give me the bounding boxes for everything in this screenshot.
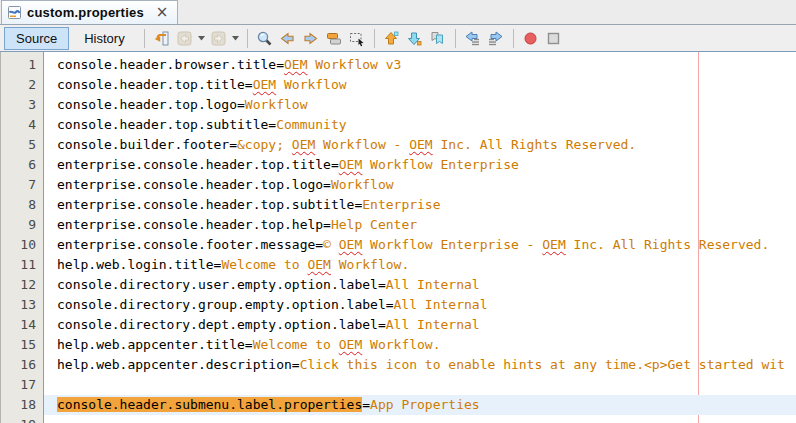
previous-bookmark-icon[interactable]	[381, 27, 403, 49]
code-line[interactable]: console.header.submenu.label.properties=…	[44, 395, 796, 415]
line-number[interactable]: 12	[1, 275, 43, 295]
code-text: Welcome to	[221, 257, 307, 272]
line-number[interactable]: 13	[1, 295, 43, 315]
back-dropdown-icon[interactable]	[197, 27, 207, 49]
rectangular-selection-icon[interactable]	[346, 27, 368, 49]
shift-line-right-icon[interactable]	[485, 27, 507, 49]
code-line[interactable]	[44, 375, 796, 395]
back-icon[interactable]	[174, 27, 196, 49]
code-text: console.header.top.logo=	[57, 97, 245, 112]
code-line[interactable]: console.directory.user.empty.option.labe…	[44, 275, 796, 295]
code-text: Workflow	[276, 77, 346, 92]
code-text: help.web.appcenter.title=	[57, 337, 253, 352]
line-number[interactable]: 2	[1, 75, 43, 95]
code-line[interactable]: enterprise.console.header.top.subtitle=E…	[44, 195, 796, 215]
code-text: All Internal	[386, 317, 480, 332]
code-lines[interactable]: console.header.browser.title=OEM Workflo…	[44, 52, 796, 423]
code-line[interactable]: console.header.top.subtitle=Community	[44, 115, 796, 135]
code-text: enterprise.console.header.top.subtitle=	[57, 197, 362, 212]
code-line[interactable]: enterprise.console.header.top.title=OEM …	[44, 155, 796, 175]
toolbar-separator	[513, 29, 514, 48]
code-text: Workflow Enterprise	[362, 157, 519, 172]
record-macro-icon[interactable]	[520, 27, 542, 49]
code-text: All Internal	[394, 297, 488, 312]
code-text: &copy;	[237, 137, 292, 152]
code-editor[interactable]: 12345678910111213141516171819 console.he…	[0, 52, 796, 423]
code-text: console.header.top.subtitle=	[57, 117, 276, 132]
code-line[interactable]: console.header.top.title=OEM Workflow	[44, 75, 796, 95]
code-line[interactable]: enterprise.console.header.top.logo=Workf…	[44, 175, 796, 195]
forward-icon[interactable]	[208, 27, 230, 49]
misspelled-word: OEM	[339, 237, 362, 252]
line-number[interactable]: 19	[1, 415, 43, 423]
forward-dropdown-icon[interactable]	[231, 27, 241, 49]
line-number[interactable]: 4	[1, 115, 43, 135]
code-text: ©	[323, 237, 339, 252]
code-line[interactable]: console.builder.footer=&copy; OEM Workfl…	[44, 135, 796, 155]
toolbar-separator	[144, 29, 145, 48]
code-text: Inc. All Rights Reserved.	[433, 137, 637, 152]
line-number[interactable]: 8	[1, 195, 43, 215]
line-number[interactable]: 7	[1, 175, 43, 195]
code-line[interactable]: enterprise.console.header.top.help=Help …	[44, 215, 796, 235]
source-view-button[interactable]: Source	[4, 27, 69, 50]
next-occurrence-icon[interactable]	[300, 27, 322, 49]
code-line[interactable]: enterprise.console.footer.message=© OEM …	[44, 235, 796, 255]
line-number[interactable]: 1	[1, 55, 43, 75]
line-number[interactable]: 16	[1, 355, 43, 375]
toolbar-separator	[247, 29, 248, 48]
gutter: 12345678910111213141516171819	[0, 52, 44, 423]
toggle-bookmark-icon[interactable]	[427, 27, 449, 49]
code-text: enterprise.console.header.top.logo=	[57, 177, 331, 192]
code-text: help.web.login.title=	[57, 257, 221, 272]
history-view-button[interactable]: History	[72, 27, 136, 50]
code-text: console.header.browser.title=	[57, 57, 284, 72]
line-number[interactable]: 10	[1, 235, 43, 255]
toggle-highlight-icon[interactable]	[323, 27, 345, 49]
misspelled-word: OEM	[542, 237, 565, 252]
tab-close-icon[interactable]: ×	[156, 5, 169, 20]
stop-macro-icon[interactable]	[543, 27, 565, 49]
code-line[interactable]: help.web.login.title=Welcome to OEM Work…	[44, 255, 796, 275]
code-text: Enterprise	[362, 197, 440, 212]
next-bookmark-icon[interactable]	[404, 27, 426, 49]
code-text: Workflow Enterprise -	[362, 237, 542, 252]
shift-line-left-icon[interactable]	[462, 27, 484, 49]
line-number[interactable]: 18	[1, 395, 43, 415]
line-number[interactable]: 9	[1, 215, 43, 235]
code-line[interactable]	[44, 415, 796, 423]
code-line[interactable]: console.directory.dept.empty.option.labe…	[44, 315, 796, 335]
code-text: Help Center	[331, 217, 417, 232]
misspelled-word: OEM	[339, 157, 362, 172]
code-text: Workflow.	[331, 257, 409, 272]
code-text: enterprise.console.header.top.title=	[57, 157, 339, 172]
line-number[interactable]: 14	[1, 315, 43, 335]
line-number[interactable]: 3	[1, 95, 43, 115]
line-number[interactable]: 6	[1, 155, 43, 175]
code-text: All Internal	[386, 277, 480, 292]
line-number[interactable]: 17	[1, 375, 43, 395]
previous-occurrence-icon[interactable]	[277, 27, 299, 49]
line-number[interactable]: 5	[1, 135, 43, 155]
misspelled-word: OEM	[292, 137, 315, 152]
code-text: console.directory.dept.empty.option.labe…	[57, 317, 386, 332]
line-number[interactable]: 15	[1, 335, 43, 355]
code-line[interactable]: help.web.appcenter.description=Click thi…	[44, 355, 796, 375]
code-line[interactable]: console.header.browser.title=OEM Workflo…	[44, 55, 796, 75]
code-text: Inc. All Rights Reserved.	[566, 237, 770, 252]
code-text: Workflow	[245, 97, 308, 112]
highlighted-occurrence: console.header.submenu.label.properties	[57, 397, 362, 412]
code-text: help.web.appcenter.description=	[57, 357, 300, 372]
tab-title: custom.properties	[27, 5, 144, 20]
code-line[interactable]: console.directory.group.empty.option.lab…	[44, 295, 796, 315]
find-selection-icon[interactable]	[254, 27, 276, 49]
tab-custom-properties[interactable]: custom.properties ×	[1, 0, 178, 24]
code-text: enterprise.console.footer.message=	[57, 237, 323, 252]
last-edit-location-icon[interactable]	[151, 27, 173, 49]
code-line[interactable]: help.web.appcenter.title=Welcome to OEM …	[44, 335, 796, 355]
code-line[interactable]: console.header.top.logo=Workflow	[44, 95, 796, 115]
line-number[interactable]: 11	[1, 255, 43, 275]
code-text: Community	[276, 117, 346, 132]
code-text: console.directory.user.empty.option.labe…	[57, 277, 386, 292]
code-text: enterprise.console.header.top.help=	[57, 217, 331, 232]
